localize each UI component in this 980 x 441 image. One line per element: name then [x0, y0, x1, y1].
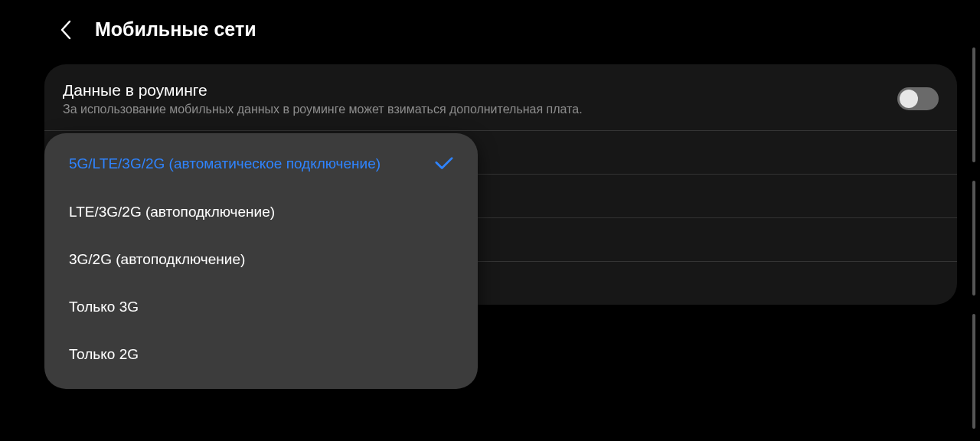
roaming-subtitle: За использование мобильных данных в роум…	[63, 103, 897, 116]
popup-option-label: Только 3G	[69, 299, 139, 315]
popup-option-3g2g[interactable]: 3G/2G (автоподключение)	[44, 236, 478, 283]
roaming-toggle[interactable]	[897, 87, 939, 110]
network-mode-popup: 5G/LTE/3G/2G (автоматическое подключение…	[44, 133, 478, 389]
scroll-indicator	[972, 181, 975, 296]
roaming-text: Данные в роуминге За использование мобил…	[63, 81, 897, 116]
popup-option-label: 5G/LTE/3G/2G (автоматическое подключение…	[69, 155, 381, 172]
chevron-left-icon	[59, 19, 73, 41]
scroll-indicator	[972, 47, 975, 162]
back-button[interactable]	[55, 19, 77, 41]
popup-option-2g[interactable]: Только 2G	[44, 331, 478, 378]
scroll-indicator	[972, 314, 975, 429]
check-icon	[435, 155, 453, 173]
roaming-row[interactable]: Данные в роуминге За использование мобил…	[44, 64, 957, 131]
popup-option-lte[interactable]: LTE/3G/2G (автоподключение)	[44, 188, 478, 236]
roaming-title: Данные в роуминге	[63, 81, 897, 100]
toggle-knob	[900, 90, 918, 108]
header: Мобильные сети	[0, 0, 980, 59]
popup-option-5g[interactable]: 5G/LTE/3G/2G (автоматическое подключение…	[44, 139, 478, 188]
popup-option-label: 3G/2G (автоподключение)	[69, 251, 245, 268]
page-title: Мобильные сети	[95, 18, 256, 41]
popup-option-label: LTE/3G/2G (автоподключение)	[69, 204, 275, 220]
popup-option-label: Только 2G	[69, 346, 139, 363]
popup-option-3g[interactable]: Только 3G	[44, 283, 478, 331]
